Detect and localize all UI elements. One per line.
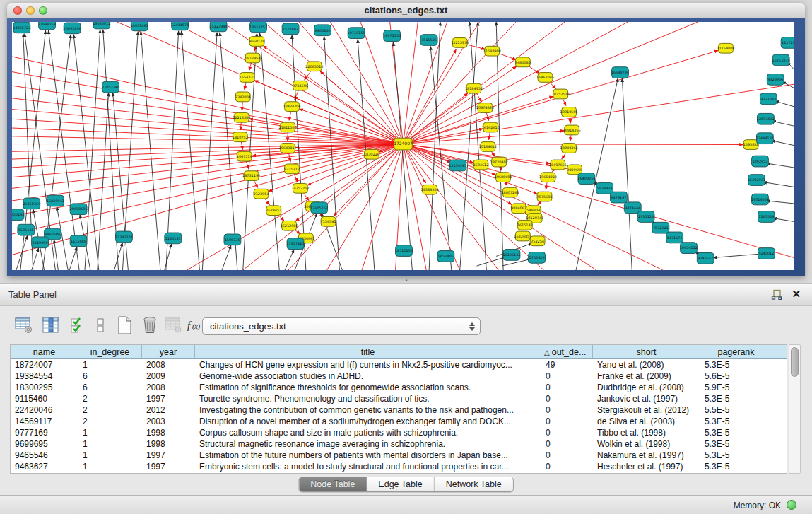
graph-node[interactable]: 10974893: [476, 103, 494, 113]
table-cell[interactable]: 18724007: [11, 359, 78, 370]
graph-node[interactable]: 752254: [530, 236, 545, 246]
table-row[interactable]: 969969511998Structural magnetic resonanc…: [11, 438, 787, 450]
graph-node[interactable]: 2342004: [235, 92, 251, 102]
close-panel-icon[interactable]: ✕: [792, 288, 801, 300]
graph-node[interactable]: 18031683: [131, 22, 148, 31]
splitter-handle-icon[interactable]: ▴: [402, 277, 411, 282]
graph-node[interactable]: 14252752: [291, 183, 309, 193]
table-cell[interactable]: 2012: [142, 404, 195, 416]
graph-node[interactable]: 2935114: [637, 211, 654, 223]
graph-node[interactable]: 17957225: [286, 238, 304, 250]
table-cell[interactable]: 1: [78, 450, 142, 461]
table-row[interactable]: 946362711997Embryonic stem cells: a mode…: [11, 461, 787, 472]
table-cell[interactable]: 5.3E-5: [700, 450, 772, 461]
graph-node[interactable]: 16212980: [281, 221, 298, 230]
graph-node[interactable]: 22063018: [305, 62, 323, 71]
graph-node[interactable]: 21053346: [102, 81, 119, 93]
graph-node[interactable]: 9329966: [767, 74, 784, 86]
graph-node[interactable]: 18510105: [395, 245, 413, 257]
graph-node[interactable]: 18184952: [465, 83, 483, 93]
table-cell[interactable]: 5.3E-5: [700, 359, 772, 370]
graph-node[interactable]: 7154341: [321, 217, 336, 227]
select-all-icon[interactable]: [68, 315, 88, 336]
graph-node[interactable]: 21811560: [279, 122, 297, 132]
graph-node[interactable]: 5912954: [245, 53, 261, 63]
table-cell[interactable]: 9465546: [11, 450, 78, 461]
table-cell[interactable]: 5.3E-5: [700, 461, 772, 472]
graph-node[interactable]: 18720407: [490, 157, 508, 167]
node-table[interactable]: namein_degreeyeartitle△out_de...shortpag…: [10, 344, 787, 474]
table-cell[interactable]: 1998: [142, 427, 195, 438]
table-cell[interactable]: 2: [78, 404, 142, 416]
graph-node[interactable]: 9245012: [758, 248, 775, 259]
table-cell[interactable]: Tourette syndrome. Phenomenology and cla…: [195, 393, 541, 404]
graph-node[interactable]: 1115688: [70, 235, 87, 247]
graph-node[interactable]: 9660128: [249, 37, 265, 47]
graph-node[interactable]: 9275212: [284, 164, 300, 174]
checkbox-list-icon[interactable]: [90, 315, 110, 336]
table-cell[interactable]: 0: [541, 382, 593, 393]
table-cell[interactable]: 5.3E-5: [700, 438, 772, 450]
table-cell[interactable]: Yano et al. (2008): [593, 359, 700, 370]
graph-node[interactable]: 16162610: [482, 122, 500, 132]
graph-node[interactable]: 20698505: [70, 204, 88, 215]
table-cell[interactable]: 18300295: [11, 382, 78, 393]
table-row[interactable]: 1938455462009Genome-wide association stu…: [11, 370, 787, 382]
graph-node[interactable]: 12213384: [233, 112, 250, 122]
table-row[interactable]: 911546021997Tourette syndrome. Phenomeno…: [11, 393, 787, 404]
graph-node[interactable]: 1830226: [364, 149, 379, 159]
table-cell[interactable]: Jankovic et al. (1997): [593, 393, 700, 404]
table-row[interactable]: 1872400712008Changes of HCN gene express…: [11, 359, 787, 370]
graph-node[interactable]: 9884067: [511, 204, 526, 214]
table-cell[interactable]: Stergiakouli et al. (2012): [593, 404, 700, 416]
table-cell[interactable]: 9115460: [11, 393, 78, 404]
table-cell[interactable]: Disruption of a novel member of a sodium…: [195, 416, 541, 427]
graph-node[interactable]: 16409354: [577, 173, 595, 185]
graph-node[interactable]: 3319900: [32, 237, 49, 248]
graph-node[interactable]: 10719155: [348, 28, 365, 39]
graph-node[interactable]: 5938924: [596, 182, 613, 194]
graph-node[interactable]: 18731190: [242, 171, 260, 181]
network-graph[interactable]: 2405572421698163206914061956501218031683…: [12, 22, 794, 270]
graph-node[interactable]: 1733426: [529, 252, 546, 264]
table-cell[interactable]: Changes of HCN gene expression and I(f) …: [195, 359, 541, 370]
tab-network-table[interactable]: Network Table: [435, 477, 513, 491]
graph-node[interactable]: 1604612: [473, 160, 488, 170]
graph-node[interactable]: 12605162: [310, 202, 328, 214]
table-cell[interactable]: Hescheler et al. (1997): [593, 461, 700, 472]
scrollbar-thumb[interactable]: [791, 347, 799, 377]
graph-node[interactable]: 16136141: [502, 250, 520, 261]
network-window[interactable]: citations_edges.txt 24055724216981632069…: [7, 3, 805, 276]
table-cell[interactable]: 0: [541, 404, 593, 416]
graph-node[interactable]: 14671355: [383, 30, 401, 42]
table-cell[interactable]: 1997: [142, 450, 195, 461]
table-cell[interactable]: Wolkin et al. (1998): [593, 438, 700, 450]
table-cell[interactable]: 22420046: [11, 404, 78, 416]
table-cell[interactable]: Dudbridge et al. (2008): [593, 382, 700, 393]
graph-node[interactable]: 17016504: [751, 194, 769, 205]
graph-node[interactable]: 8466160: [314, 25, 331, 36]
table-cell[interactable]: 5.3E-5: [700, 416, 772, 427]
table-cell[interactable]: 0: [541, 461, 593, 472]
delete-trash-icon[interactable]: [140, 315, 160, 336]
graph-node[interactable]: 9505135: [18, 224, 35, 235]
table-cell[interactable]: 1: [78, 359, 142, 370]
table-cell[interactable]: 1997: [142, 393, 195, 404]
graph-node[interactable]: 16648784: [611, 67, 629, 78]
graph-node[interactable]: 1527602: [282, 23, 299, 35]
graph-node[interactable]: 15829941: [47, 195, 64, 206]
table-cell[interactable]: 5.3E-5: [700, 393, 772, 404]
table-cell[interactable]: 2: [78, 416, 142, 427]
table-cell[interactable]: Tibbo et al. (1998): [593, 427, 700, 438]
graph-node[interactable]: 7575692: [537, 192, 553, 201]
graph-node[interactable]: 2067519: [237, 151, 252, 161]
table-cell[interactable]: 1998: [142, 438, 195, 450]
graph-node[interactable]: 21698163: [38, 22, 56, 30]
table-cell[interactable]: Estimation of the future numbers of pati…: [195, 450, 541, 461]
table-cell[interactable]: 2008: [142, 382, 195, 393]
table-cell[interactable]: Franke et al. (2009): [593, 370, 700, 382]
table-cell[interactable]: 5.9E-5: [700, 382, 772, 393]
table-selector-combobox[interactable]: citations_edges.txt: [202, 317, 481, 335]
graph-node[interactable]: 19355193: [12, 209, 25, 221]
tab-node-table[interactable]: Node Table: [299, 477, 367, 491]
